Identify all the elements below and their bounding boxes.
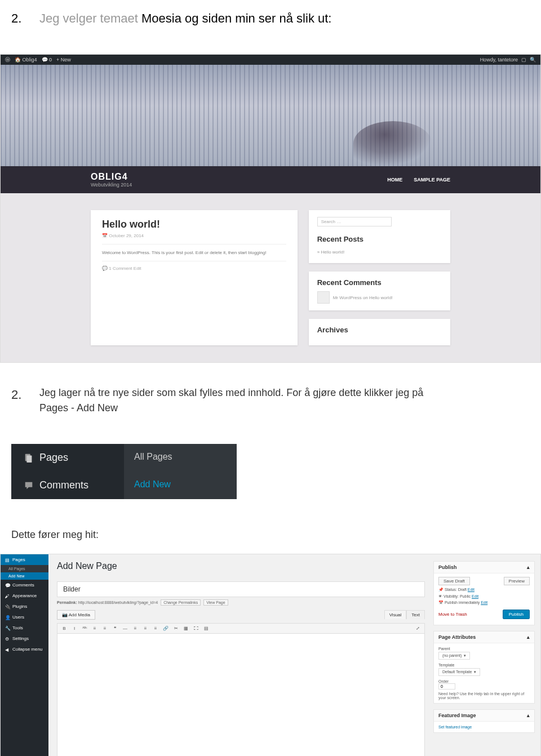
brand-title: OBLIG4	[91, 172, 132, 182]
permalink-row: Permalink: http://localhost:8888/webutvi…	[57, 599, 425, 606]
pages-icon	[24, 453, 34, 463]
sb-collapse[interactable]: ◀Collapse menu	[1, 644, 48, 655]
heading-rest: Moesia og siden min ser nå slik ut:	[141, 11, 332, 25]
attrs-heading: Page Attributes▴	[434, 632, 534, 643]
search-icon[interactable]: 🔍	[530, 57, 536, 63]
brand-sub: Webutvikling 2014	[91, 182, 132, 188]
tb-expand-icon[interactable]: ⤢	[414, 626, 421, 631]
sb-settings[interactable]: ⚙Settings	[1, 633, 48, 644]
tb-hr[interactable]: —	[122, 626, 128, 631]
tb-toggle[interactable]: ▤	[203, 626, 210, 631]
tb-bold[interactable]: B	[61, 626, 68, 631]
search-input[interactable]: Search …	[317, 217, 392, 226]
tb-unlink[interactable]: ✂	[172, 626, 179, 631]
site-link[interactable]: 🏠 Oblig4	[15, 57, 37, 63]
greeting[interactable]: Howdy, tantetore	[480, 57, 518, 63]
featured-heading: Featured Image▴	[434, 710, 534, 722]
tab-text[interactable]: Text	[406, 610, 425, 619]
preview-button[interactable]: Preview	[504, 577, 530, 585]
template-select[interactable]: Default Template ▾	[438, 668, 480, 676]
post-body: Welcome to WordPress. This is your first…	[102, 244, 286, 255]
post-title[interactable]: Hello world!	[102, 219, 286, 230]
tb-italic[interactable]: I	[71, 626, 78, 631]
wp-admin-sidebar: ▤Pages All Pages Add New 💬Comments 🖌Appe…	[1, 554, 48, 756]
publish-body: Save Draft Preview 📌 Status: Draft Edit …	[434, 573, 534, 625]
edit-visibility[interactable]: Edit	[472, 594, 478, 598]
nav-home[interactable]: HOME	[387, 177, 402, 183]
tb-align-center[interactable]: ≡	[142, 626, 149, 631]
adminbar-right: Howdy, tantetore ▢ 🔍	[480, 57, 536, 63]
sb-users[interactable]: 👤Users	[1, 612, 48, 622]
move-to-trash[interactable]: Move to Trash	[438, 612, 467, 617]
tb-align-right[interactable]: ≡	[152, 626, 159, 631]
comments-link[interactable]: 💬 0	[42, 57, 52, 63]
users-icon: 👤	[5, 615, 10, 620]
wp-logo-icon[interactable]: ⓦ	[5, 56, 10, 64]
nav-sample[interactable]: SAMPLE PAGE	[414, 177, 450, 183]
sb-all-pages[interactable]: All Pages	[1, 565, 48, 572]
collapse-icon[interactable]: ▴	[527, 634, 530, 640]
post-meta: 💬 1 Comment Edit	[102, 261, 286, 271]
doc-heading-2: 2. Jeg lager nå tre nye sider som skal f…	[0, 374, 541, 427]
sb-plugins[interactable]: 🔌Plugins	[1, 601, 48, 612]
site-navbar: OBLIG4 Webutvikling 2014 HOME SAMPLE PAG…	[1, 166, 540, 193]
tb-fullscreen[interactable]: ⛶	[193, 626, 199, 631]
nav-links: HOME SAMPLE PAGE	[387, 177, 450, 183]
new-link[interactable]: + New	[56, 57, 71, 63]
sb-comments[interactable]: 💬Comments	[1, 580, 48, 590]
parent-select[interactable]: (no parent) ▾	[438, 652, 470, 660]
widget-recent-comments: Recent Comments Mr WordPress on Hello wo…	[309, 272, 450, 310]
widget-archives: Archives	[309, 319, 450, 345]
recent-post-item[interactable]: » Hello world!	[317, 248, 442, 256]
heading-number: 2.	[11, 11, 28, 26]
tb-quote[interactable]: ❝	[112, 626, 118, 631]
page-attributes-box: Page Attributes▴ Parent (no parent) ▾ Te…	[433, 631, 535, 704]
collapse-icon[interactable]: ▴	[527, 713, 530, 718]
tb-link[interactable]: 🔗	[162, 626, 169, 631]
submenu-all-pages[interactable]: All Pages	[124, 444, 237, 472]
menu-list: Pages All Pages Comments Add New	[11, 444, 237, 499]
heading-number: 2.	[11, 385, 28, 416]
order-input[interactable]	[438, 683, 455, 690]
hero-image	[1, 65, 540, 166]
sb-tools[interactable]: 🔧Tools	[1, 622, 48, 633]
avatar-icon[interactable]: ▢	[521, 57, 526, 63]
brand[interactable]: OBLIG4 Webutvikling 2014	[91, 172, 132, 188]
heading-text: Jeg velger temaet Moesia og siden min se…	[39, 11, 331, 26]
wp-admin-bar: ⓦ 🏠 Oblig4 💬 0 + New Howdy, tantetore ▢ …	[1, 55, 540, 65]
title-input[interactable]: Bilder	[57, 581, 425, 597]
menu-comments[interactable]: Comments	[11, 472, 124, 499]
sb-add-new[interactable]: Add New	[1, 572, 48, 580]
menu-row-comments: Comments Add New	[11, 472, 237, 499]
archives-heading: Archives	[317, 326, 442, 334]
add-media-button[interactable]: 📷 Add Media	[57, 610, 95, 620]
heading-grey: Jeg velger temaet	[39, 11, 141, 25]
tb-align-left[interactable]: ≡	[132, 626, 139, 631]
change-permalinks-button[interactable]: Change Permalinks	[161, 599, 201, 606]
tab-visual[interactable]: Visual	[384, 610, 407, 619]
menu-pages[interactable]: Pages	[11, 444, 124, 472]
publish-button[interactable]: Publish	[503, 610, 530, 619]
sb-pages[interactable]: ▤Pages	[1, 554, 48, 565]
edit-schedule[interactable]: Edit	[481, 601, 487, 604]
menu-row-pages: Pages All Pages	[11, 444, 237, 472]
tb-ul[interactable]: ≡	[91, 626, 98, 631]
tb-ol[interactable]: ≡	[101, 626, 108, 631]
adminbar-left: ⓦ 🏠 Oblig4 💬 0 + New	[5, 56, 71, 64]
edit-status[interactable]: Edit	[468, 588, 475, 592]
recent-comment-item[interactable]: Mr WordPress on Hello world!	[317, 291, 442, 304]
set-featured-link[interactable]: Set featured image	[438, 725, 472, 729]
attrs-help: Need help? Use the Help tab in the upper…	[438, 692, 530, 700]
collapse-icon[interactable]: ▴	[527, 564, 530, 570]
tb-more[interactable]: ▦	[183, 626, 189, 631]
screenshot-add-new-page: ▤Pages All Pages Add New 💬Comments 🖌Appe…	[0, 554, 541, 756]
recent-posts-heading: Recent Posts	[317, 235, 442, 243]
sb-appearance[interactable]: 🖌Appearance	[1, 590, 48, 601]
template-label: Template	[438, 663, 530, 667]
recent-comments-heading: Recent Comments	[317, 278, 442, 287]
view-page-button[interactable]: View Page	[203, 599, 228, 606]
submenu-add-new[interactable]: Add New	[124, 472, 237, 499]
save-draft-button[interactable]: Save Draft	[438, 577, 470, 585]
editor-canvas[interactable]: p Word count: 0 Draft saved at 2:39:00 a…	[57, 634, 425, 756]
tb-strike[interactable]: ᴬᴮᶜ	[81, 626, 88, 631]
